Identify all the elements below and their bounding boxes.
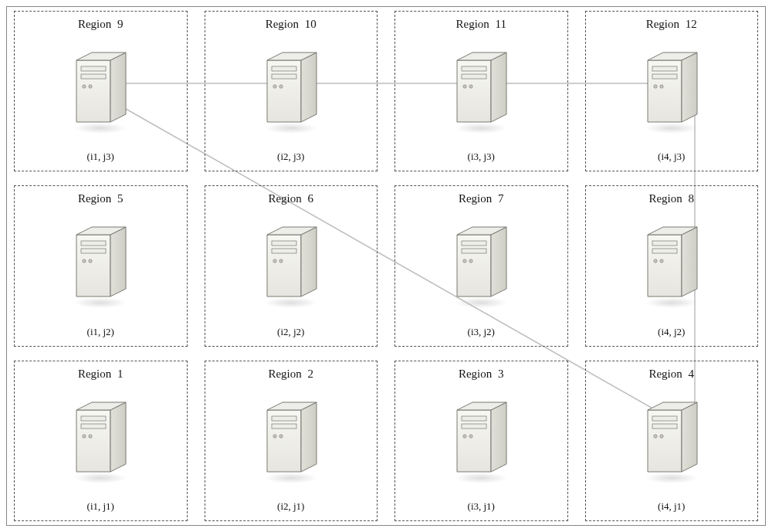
coord-label: (i2, j1)	[277, 500, 304, 513]
svg-rect-15	[272, 66, 296, 71]
svg-point-35	[74, 297, 127, 308]
region-prefix: Region	[78, 192, 111, 205]
svg-point-98	[660, 435, 663, 438]
region-12: Region 12 (i4, j3)	[585, 11, 759, 171]
coord-label: (i3, j1)	[468, 500, 495, 513]
svg-point-59	[645, 297, 698, 308]
server-icon-wrap	[591, 31, 753, 151]
server-icon-wrap	[210, 205, 373, 325]
server-icon	[637, 46, 706, 135]
server-icon-wrap	[400, 31, 563, 151]
region-title: Region 11	[455, 18, 506, 31]
svg-point-74	[89, 435, 92, 438]
svg-rect-96	[652, 424, 677, 429]
region-number: 3	[498, 368, 504, 380]
region-number: 1	[117, 368, 124, 380]
svg-point-10	[89, 85, 92, 88]
svg-point-27	[645, 123, 698, 134]
svg-rect-56	[462, 249, 486, 253]
server-icon-wrap	[591, 205, 753, 325]
svg-point-17	[273, 85, 276, 88]
svg-rect-40	[81, 249, 106, 253]
svg-point-66	[660, 259, 663, 263]
region-prefix: Region	[266, 18, 299, 30]
server-icon-wrap	[210, 381, 373, 500]
region-number: 7	[498, 192, 504, 205]
region-9: Region 9	[14, 11, 188, 171]
region-number: 10	[305, 18, 317, 30]
svg-point-3	[74, 123, 127, 134]
svg-rect-71	[81, 416, 106, 421]
region-number: 5	[117, 192, 124, 205]
server-icon-wrap	[591, 381, 753, 500]
coord-label: (i3, j3)	[468, 151, 495, 163]
svg-point-67	[74, 473, 127, 483]
region-prefix: Region	[455, 18, 489, 30]
svg-marker-61	[682, 227, 697, 296]
svg-rect-95	[652, 416, 677, 421]
svg-marker-45	[301, 227, 317, 296]
svg-rect-64	[652, 249, 677, 253]
region-6: Region 6 (i2, j2)	[205, 185, 378, 346]
server-icon-wrap	[400, 205, 563, 325]
svg-marker-77	[301, 402, 317, 472]
server-icon-wrap	[400, 381, 563, 500]
region-1: Region 1 (i1, j1)	[14, 361, 188, 521]
region-number: 2	[308, 368, 314, 380]
svg-point-75	[265, 473, 317, 483]
svg-rect-63	[652, 241, 677, 246]
region-2: Region 2 (i2, j1)	[205, 361, 378, 521]
region-11: Region 11 (i3, j3)	[394, 11, 568, 171]
svg-point-65	[654, 259, 657, 263]
region-prefix: Region	[268, 192, 301, 205]
region-prefix: Region	[646, 18, 679, 30]
svg-rect-87	[462, 416, 486, 421]
server-icon-wrap	[210, 31, 373, 151]
svg-point-34	[660, 85, 663, 88]
svg-point-25	[463, 85, 466, 88]
region-prefix: Region	[78, 18, 111, 30]
svg-marker-53	[491, 227, 506, 296]
region-title: Region 2	[268, 368, 313, 381]
svg-point-51	[455, 297, 507, 308]
svg-marker-69	[110, 402, 126, 472]
svg-rect-47	[272, 241, 296, 246]
region-title: Region 10	[266, 18, 317, 31]
coord-label: (i2, j2)	[277, 326, 304, 338]
svg-point-49	[273, 259, 276, 263]
svg-rect-80	[272, 424, 296, 429]
server-icon	[256, 396, 326, 485]
svg-rect-16	[272, 74, 296, 79]
region-number: 6	[308, 192, 314, 205]
svg-point-97	[654, 435, 657, 438]
svg-point-41	[83, 259, 86, 263]
coord-label: (i2, j3)	[277, 151, 304, 163]
region-title: Region 1	[78, 368, 124, 381]
coord-label: (i4, j3)	[658, 151, 685, 163]
region-7: Region 7 (i3, j2)	[394, 185, 568, 346]
server-icon	[637, 396, 706, 485]
svg-point-83	[455, 473, 507, 483]
coord-label: (i1, j3)	[87, 151, 114, 163]
svg-marker-85	[491, 402, 506, 472]
coord-label: (i4, j2)	[658, 326, 685, 338]
svg-marker-29	[682, 53, 697, 122]
coord-label: (i4, j1)	[658, 500, 685, 513]
server-icon	[66, 396, 135, 485]
svg-point-73	[83, 435, 86, 438]
coord-label: (i1, j2)	[87, 326, 114, 338]
server-icon-wrap	[19, 31, 182, 151]
coord-label: (i3, j2)	[468, 326, 495, 338]
svg-rect-7	[81, 66, 106, 71]
region-title: Region 6	[268, 192, 313, 205]
coord-label: (i1, j1)	[87, 500, 114, 513]
server-icon	[446, 46, 516, 135]
region-4: Region 4 (i4, j1)	[585, 361, 759, 521]
region-title: Region 4	[648, 368, 694, 381]
svg-point-89	[463, 435, 466, 438]
region-8: Region 8 (i4, j2)	[585, 185, 759, 346]
region-title: Region 7	[459, 192, 504, 205]
region-title: Region 9	[78, 18, 124, 31]
server-icon	[637, 221, 706, 310]
region-10: Region 10 (i2, j3)	[205, 11, 378, 171]
